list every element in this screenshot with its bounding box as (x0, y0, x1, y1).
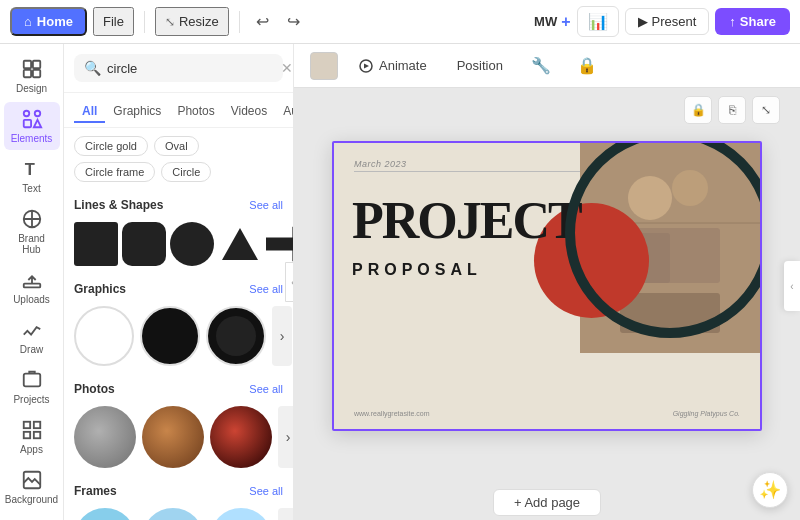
panel-search: 🔍 ✕ ⚙ (64, 44, 293, 93)
sidebar-text-label: Text (22, 183, 40, 194)
panel-collapse-handle[interactable]: ‹ (285, 262, 294, 302)
photos-see-all[interactable]: See all (249, 383, 283, 395)
sidebar-item-text[interactable]: T Text (4, 152, 60, 200)
sidebar-item-draw[interactable]: Draw (4, 313, 60, 361)
photo-dark-circle[interactable] (210, 406, 272, 468)
trash-canvas-icon[interactable]: ⤡ (752, 96, 780, 124)
draw-icon (21, 319, 43, 341)
add-user-icon: + (561, 13, 570, 31)
svg-rect-15 (33, 432, 39, 438)
main-layout: Design Elements T Text Brand Hub Uploads… (0, 44, 800, 520)
sidebar-item-projects[interactable]: Projects (4, 363, 60, 411)
svg-point-5 (34, 111, 40, 117)
graphics-title: Graphics (74, 282, 126, 296)
shapes-grid: › (64, 222, 293, 274)
shape-rounded-square[interactable] (122, 222, 166, 266)
projects-icon (21, 369, 43, 391)
photo-brown-circle[interactable] (142, 406, 204, 468)
svg-rect-0 (23, 61, 30, 68)
tab-audio[interactable]: Audio (275, 101, 293, 123)
frames-more-button[interactable]: › (278, 508, 294, 520)
resize-button[interactable]: ⤡ Resize (155, 7, 229, 36)
topbar-divider-2 (239, 11, 240, 33)
shape-circle[interactable] (170, 222, 214, 266)
graphic-black-circle[interactable] (140, 306, 200, 366)
analytics-button[interactable]: 📊 (577, 6, 619, 37)
tag-chip-1[interactable]: Oval (154, 136, 199, 156)
share-button[interactable]: ↑ Share (715, 8, 790, 35)
lock-button[interactable]: 🔒 (569, 51, 605, 80)
lock-canvas-icon[interactable]: 🔒 (684, 96, 712, 124)
graphics-header: Graphics See all (74, 282, 283, 296)
shape-arrow-shape[interactable] (266, 222, 294, 266)
present-button[interactable]: ▶ Present (625, 8, 710, 35)
tag-chip-0[interactable]: Circle gold (74, 136, 148, 156)
svg-rect-12 (23, 422, 29, 428)
lines-shapes-title: Lines & Shapes (74, 198, 163, 212)
svg-rect-11 (23, 374, 40, 387)
sidebar-brand-label: Brand Hub (12, 233, 52, 255)
frames-grid: › (64, 508, 293, 520)
graphics-grid: › (64, 306, 293, 374)
photos-more-button[interactable]: › (278, 406, 294, 468)
graphic-dark-ring[interactable] (206, 306, 266, 366)
uploads-icon (21, 269, 43, 291)
frames-see-all[interactable]: See all (249, 485, 283, 497)
sidebar-item-uploads[interactable]: Uploads (4, 263, 60, 311)
sidebar-item-background[interactable]: Background (4, 463, 60, 511)
search-clear-icon[interactable]: ✕ (281, 60, 293, 76)
svg-text:T: T (24, 160, 34, 178)
search-icon: 🔍 (84, 60, 101, 76)
tab-all[interactable]: All (74, 101, 105, 123)
file-button[interactable]: File (93, 7, 134, 36)
sidebar-item-apps[interactable]: Apps (4, 413, 60, 461)
background-icon (21, 469, 43, 491)
graphics-see-all[interactable]: See all (249, 283, 283, 295)
sidebar-draw-label: Draw (20, 344, 43, 355)
search-input[interactable] (107, 61, 275, 76)
redo-button[interactable]: ↪ (281, 7, 306, 36)
tab-graphics[interactable]: Graphics (105, 101, 169, 123)
add-page-bar: + Add page (294, 484, 800, 520)
present-icon: ▶ (638, 14, 648, 29)
sidebar-item-elements[interactable]: Elements (4, 102, 60, 150)
animate-button[interactable]: Animate (348, 53, 437, 79)
canvas-side-handle[interactable]: ‹ (784, 261, 800, 311)
elements-panel: 🔍 ✕ ⚙ All Graphics Photos Videos Audio ›… (64, 44, 294, 520)
design-icon (21, 58, 43, 80)
home-button[interactable]: ⌂ Home (10, 7, 87, 36)
graphics-more-button[interactable]: › (272, 306, 292, 366)
secondary-toolbar: Animate Position 🔧 🔒 (294, 44, 800, 88)
tag-chip-2[interactable]: Circle frame (74, 162, 155, 182)
frame-landscape-3[interactable] (210, 508, 272, 520)
sidebar-item-design[interactable]: Design (4, 52, 60, 100)
photos-title: Photos (74, 382, 115, 396)
shape-triangle[interactable] (218, 222, 262, 266)
photo-gray-circle[interactable] (74, 406, 136, 468)
frame-landscape-1[interactable] (74, 508, 136, 520)
copy-canvas-icon[interactable]: ⎘ (718, 96, 746, 124)
tab-videos[interactable]: Videos (223, 101, 275, 123)
add-page-button[interactable]: + Add page (493, 489, 601, 516)
frame-landscape-2[interactable] (142, 508, 204, 520)
undo-button[interactable]: ↩ (250, 7, 275, 36)
sidebar-item-brand[interactable]: Brand Hub (4, 202, 60, 261)
svg-rect-1 (32, 61, 39, 68)
user-avatar[interactable]: MW + (534, 13, 570, 31)
tab-photos[interactable]: Photos (169, 101, 222, 123)
search-box: 🔍 ✕ ⚙ (74, 54, 283, 82)
wrench-button[interactable]: 🔧 (523, 51, 559, 80)
svg-rect-2 (23, 70, 30, 77)
canvas-area: Animate Position 🔧 🔒 🔒 ⎘ ⤡ March 2023 (294, 44, 800, 520)
color-swatch[interactable] (310, 52, 338, 80)
svg-rect-3 (32, 70, 39, 77)
canvas-card[interactable]: March 2023 (332, 141, 762, 431)
position-button[interactable]: Position (447, 53, 513, 78)
shape-square[interactable] (74, 222, 118, 266)
home-icon: ⌂ (24, 14, 32, 29)
lines-shapes-see-all[interactable]: See all (249, 199, 283, 211)
card-title: PROJECT (352, 195, 581, 247)
graphic-white-circle[interactable] (74, 306, 134, 366)
magic-button[interactable]: ✨ (752, 472, 788, 508)
tag-chip-3[interactable]: Circle (161, 162, 211, 182)
